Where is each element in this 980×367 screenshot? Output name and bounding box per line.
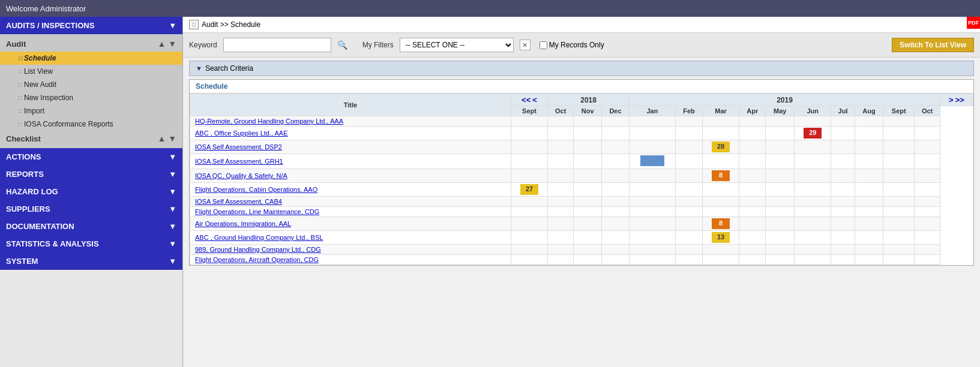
month-cell bbox=[702, 183, 739, 197]
sidebar-item-new-inspection[interactable]: ∷ New Inspection bbox=[0, 91, 182, 104]
month-cell bbox=[795, 255, 831, 265]
month-cell bbox=[831, 217, 855, 231]
month-cell bbox=[511, 154, 547, 169]
my-records-checkbox[interactable] bbox=[540, 41, 547, 49]
month-sept2019: Sept bbox=[883, 106, 915, 116]
month-cell bbox=[548, 207, 574, 217]
month-cell bbox=[883, 245, 915, 255]
schedule-title: Schedule bbox=[196, 82, 227, 91]
checklist-group-header: Checklist ▲ ▼ bbox=[0, 131, 182, 146]
nav-next1-button[interactable]: > bbox=[949, 95, 954, 104]
sidebar-item-schedule[interactable]: ∷ Schedule bbox=[0, 52, 182, 65]
search-criteria-arrow[interactable]: ▼ bbox=[196, 65, 202, 72]
month-cell bbox=[574, 169, 602, 183]
audit-collapse-toggle[interactable]: ▲ ▼ bbox=[157, 39, 176, 49]
audit-items-list: ∷ Schedule ∷ List View ∷ New Audit ∷ New… bbox=[0, 52, 182, 131]
clear-filter-button[interactable]: ✕ bbox=[520, 40, 531, 50]
sidebar-section-statistics[interactable]: STATISTICS & ANALYSIS ▼ bbox=[0, 235, 182, 252]
month-cell bbox=[739, 217, 766, 231]
month-cell bbox=[766, 255, 795, 265]
schedule-row-title[interactable]: Air Operations, Immigration, AAL bbox=[195, 220, 291, 227]
month-cell: 29 bbox=[795, 127, 831, 140]
month-cell bbox=[629, 127, 675, 140]
month-cell bbox=[574, 154, 602, 169]
nav-next2-button[interactable]: >> bbox=[955, 95, 964, 104]
sidebar-section-hazard[interactable]: HAZARD LOG ▼ bbox=[0, 183, 182, 200]
schedule-row-title[interactable]: ABC , Ground Handling Company Ltd., BSL bbox=[195, 234, 323, 241]
search-icon[interactable]: 🔍 bbox=[337, 40, 347, 50]
sidebar-item-import[interactable]: ∷ Import bbox=[0, 104, 182, 118]
month-cell bbox=[548, 231, 574, 245]
month-cell bbox=[739, 231, 766, 245]
schedule-row-title[interactable]: Flight Operations, Aircraft Operation, C… bbox=[195, 256, 319, 263]
month-cell bbox=[574, 183, 602, 197]
sidebar-section-system[interactable]: SYSTEM ▼ bbox=[0, 252, 182, 270]
month-cell bbox=[739, 197, 766, 207]
schedule-row-title[interactable]: 989, Ground Handling Company Ltd., CDG bbox=[195, 246, 321, 253]
month-sept2018: Sept bbox=[511, 106, 547, 116]
checklist-collapse-toggle[interactable]: ▲ ▼ bbox=[157, 134, 176, 143]
month-cell bbox=[831, 183, 855, 197]
month-cell bbox=[676, 207, 703, 217]
toolbar: Keyword 🔍 My Filters -- SELECT ONE -- ✕ … bbox=[183, 33, 980, 58]
search-criteria-bar: ▼ Search Criteria bbox=[189, 61, 974, 76]
month-cell bbox=[915, 169, 940, 183]
month-cell bbox=[574, 231, 602, 245]
month-cell bbox=[548, 116, 574, 127]
month-cell bbox=[739, 183, 766, 197]
month-cell bbox=[739, 169, 766, 183]
month-cell bbox=[602, 197, 630, 207]
nav-prev2-button[interactable]: << bbox=[522, 95, 531, 104]
month-cell bbox=[629, 154, 675, 169]
month-cell bbox=[511, 197, 547, 207]
sidebar-item-list-view[interactable]: ∷ List View bbox=[0, 65, 182, 78]
sidebar: AUDITS / INSPECTIONS ▼ Audit ▲ ▼ ∷ Sched… bbox=[0, 17, 183, 367]
month-cell bbox=[855, 169, 883, 183]
filters-label: My Filters bbox=[362, 41, 394, 49]
month-cell bbox=[548, 245, 574, 255]
month-cell bbox=[855, 127, 883, 140]
month-cell bbox=[511, 116, 547, 127]
sidebar-section-audits[interactable]: AUDITS / INSPECTIONS ▼ bbox=[0, 17, 182, 34]
nav-prev1-button[interactable]: < bbox=[532, 95, 537, 104]
month-cell bbox=[855, 154, 883, 169]
month-cell bbox=[676, 217, 703, 231]
my-records-container: My Records Only bbox=[540, 41, 604, 49]
list-view-button[interactable]: Switch To List View bbox=[892, 38, 974, 52]
month-cell bbox=[702, 255, 739, 265]
month-cell bbox=[883, 140, 915, 154]
sidebar-section-suppliers[interactable]: SUPPLIERS ▼ bbox=[0, 200, 182, 218]
month-cell bbox=[629, 207, 675, 217]
keyword-input[interactable] bbox=[223, 38, 331, 52]
schedule-row-title[interactable]: Flight Operations, Line Maintenance, CDG bbox=[195, 208, 319, 215]
month-cell bbox=[574, 116, 602, 127]
month-cell bbox=[629, 255, 675, 265]
month-cell bbox=[855, 245, 883, 255]
month-cell bbox=[574, 245, 602, 255]
pdf-icon[interactable]: PDF bbox=[967, 17, 980, 29]
month-cell bbox=[883, 217, 915, 231]
month-cell bbox=[702, 197, 739, 207]
schedule-row-title[interactable]: IOSA Self Assessment, GRH1 bbox=[195, 158, 283, 165]
month-cell bbox=[602, 169, 630, 183]
sidebar-section-actions[interactable]: ACTIONS ▼ bbox=[0, 148, 182, 166]
filters-select[interactable]: -- SELECT ONE -- bbox=[400, 38, 514, 52]
sidebar-section-reports[interactable]: REPORTS ▼ bbox=[0, 166, 182, 183]
schedule-row-title[interactable]: IOSA Self Assessment, CAB4 bbox=[195, 198, 282, 205]
month-cell bbox=[702, 154, 739, 169]
schedule-row-title[interactable]: HQ-Remote, Ground Handling Company Ltd.,… bbox=[195, 118, 343, 125]
top-bar: Welcome Administrator bbox=[0, 0, 980, 17]
schedule-row-title[interactable]: ABC , Office Supplies Ltd., AAE bbox=[195, 130, 288, 137]
schedule-row-title[interactable]: IOSA Self Assessment, DSP2 bbox=[195, 143, 282, 151]
sidebar-item-iosa[interactable]: ∷ IOSA Conformance Reports bbox=[0, 118, 182, 131]
month-cell bbox=[574, 140, 602, 154]
month-cell bbox=[915, 116, 940, 127]
schedule-row-title[interactable]: IOSA QC, Quality & Safety, N/A bbox=[195, 172, 287, 179]
month-cell bbox=[602, 255, 630, 265]
month-cell bbox=[574, 255, 602, 265]
sidebar-item-new-audit[interactable]: ∷ New Audit bbox=[0, 78, 182, 91]
schedule-row-title[interactable]: Flight Operations, Cabin Operations, AAO bbox=[195, 186, 317, 193]
month-cell bbox=[702, 245, 739, 255]
sidebar-section-documentation[interactable]: DOCUMENTATION ▼ bbox=[0, 218, 182, 235]
month-cell bbox=[739, 127, 766, 140]
